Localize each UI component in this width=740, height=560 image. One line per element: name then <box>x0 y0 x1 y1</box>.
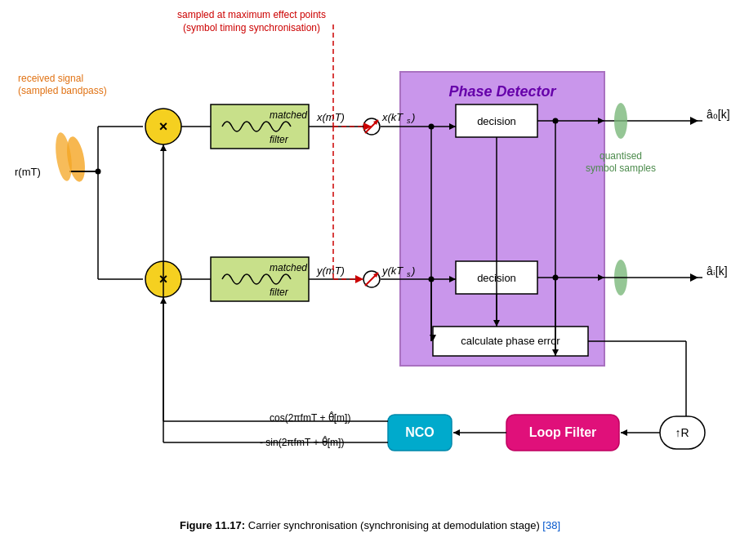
x-kts-sub: s <box>407 117 411 125</box>
matched-filter-bottom-label: matched <box>270 262 307 273</box>
upsample-r-label: ↑R <box>675 426 689 439</box>
svg-point-54 <box>429 277 435 282</box>
svg-point-27 <box>614 103 627 139</box>
sampled-annotation-line1: sampled at maximum effect points <box>177 9 326 20</box>
a-hat-i-label: âᵢ[k] <box>707 264 728 278</box>
svg-marker-80 <box>355 275 363 283</box>
phase-detector-title: Phase Detector <box>448 83 556 100</box>
loop-filter-label: Loop Filter <box>529 425 597 439</box>
x-mt-label: x(mT) <box>316 111 345 123</box>
nco-label: NCO <box>405 425 435 439</box>
diagram: Phase Detector decision decision calcula… <box>0 0 740 560</box>
received-signal-sublabel: (sampled bandpass) <box>18 85 107 96</box>
y-kts-sub: s <box>407 270 411 278</box>
a-hat-0-label: â₀[k] <box>707 108 730 121</box>
matched-filter-bottom-label2: filter <box>270 287 289 298</box>
matched-filter-top-label: matched <box>270 109 307 121</box>
svg-marker-67 <box>453 429 460 436</box>
quantised-label2: symbol samples <box>586 162 656 174</box>
figure-caption: Figure 11.17: Carrier synchronisation (s… <box>180 519 560 531</box>
x-kts-label: x(kT <box>381 111 403 123</box>
quantised-label: quantised <box>600 150 642 162</box>
svg-text:×: × <box>159 118 168 135</box>
matched-filter-top-label2: filter <box>270 134 289 145</box>
svg-marker-74 <box>160 297 167 304</box>
received-signal-label: received signal <box>18 73 83 84</box>
svg-marker-71 <box>160 144 167 151</box>
y-mt-label: y(mT) <box>316 264 345 277</box>
svg-marker-64 <box>621 429 627 436</box>
calculate-phase-error-label: calculate phase error <box>461 335 560 347</box>
r-mt-label: r(mT) <box>15 166 41 178</box>
sampled-annotation-line2: (symbol timing synchronisation) <box>183 22 320 33</box>
decision-top-label: decision <box>477 115 516 127</box>
y-kts-label: y(kT <box>381 264 403 277</box>
svg-point-53 <box>429 124 435 130</box>
